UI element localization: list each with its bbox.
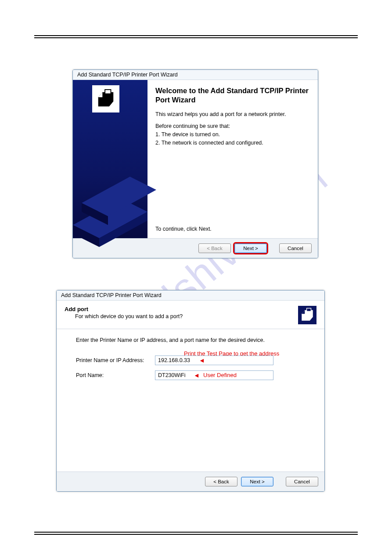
- next-button[interactable]: Next >: [241, 477, 273, 486]
- header-text-block: Add port For which device do you want to…: [65, 306, 183, 319]
- back-button[interactable]: < Back: [205, 477, 237, 486]
- dialog-content: Welcome to the Add Standard TCP/IP Print…: [147, 80, 318, 238]
- dialog-title: Add Standard TCP/IP Printer Port Wizard: [73, 70, 318, 80]
- printer-icon: [92, 85, 119, 112]
- header-subtitle: For which device do you want to add a po…: [75, 313, 183, 319]
- printer-svg: [300, 308, 315, 323]
- port-name-label: Port Name:: [76, 372, 155, 378]
- dialog-body: Enter the Printer Name or IP address, an…: [57, 329, 324, 472]
- wizard-heading: Welcome to the Add Standard TCP/IP Print…: [155, 86, 310, 105]
- printer-svg: [96, 89, 116, 109]
- wizard-intro-text: This wizard helps you add a port for a n…: [155, 111, 310, 118]
- arrow-left-icon: ◄: [199, 357, 205, 364]
- ip-address-label: Printer Name or IP Address:: [76, 357, 155, 363]
- cancel-button[interactable]: Cancel: [279, 243, 312, 253]
- field-row-port: Port Name: ◄ User Defined: [76, 370, 312, 380]
- before-item-2: 2. The network is connected and configur…: [155, 139, 310, 147]
- cancel-button[interactable]: Cancel: [286, 477, 318, 486]
- continue-instruction: To continue, click Next.: [155, 226, 212, 232]
- next-button[interactable]: Next >: [234, 243, 267, 253]
- document-page: manualshive.com Add Standard TCP/IP Prin…: [0, 0, 392, 555]
- svg-rect-0: [105, 90, 111, 94]
- book-stack-graphic: [72, 155, 156, 251]
- wizard-dialog-add-port: Add Standard TCP/IP Printer Port Wizard …: [56, 290, 325, 492]
- header-title: Add port: [65, 306, 88, 312]
- dialog-title: Add Standard TCP/IP Printer Port Wizard: [57, 290, 324, 301]
- wizard-sidebar-graphic: [73, 80, 147, 238]
- instruction-text: Enter the Printer Name or IP address, an…: [76, 337, 312, 343]
- bottom-rule: [34, 532, 358, 535]
- arrow-left-icon: ◄: [194, 372, 200, 379]
- before-item-1: 1. The device is turned on.: [155, 131, 310, 138]
- top-rule: [34, 35, 358, 38]
- dialog-footer: < Back Next > Cancel: [57, 472, 324, 491]
- before-continuing-heading: Before continuing be sure that:: [155, 123, 310, 130]
- wizard-dialog-welcome: Add Standard TCP/IP Printer Port Wizard: [72, 69, 318, 258]
- dialog-body: Welcome to the Add Standard TCP/IP Print…: [73, 80, 318, 238]
- ip-address-input[interactable]: [155, 355, 273, 365]
- svg-rect-6: [307, 308, 311, 311]
- dialog-header: Add port For which device do you want to…: [57, 301, 324, 329]
- annotation-port: User Defined: [203, 372, 237, 378]
- back-button[interactable]: < Back: [198, 243, 231, 253]
- field-row-ip: Printer Name or IP Address: ◄: [76, 355, 312, 365]
- printer-icon: [298, 306, 316, 324]
